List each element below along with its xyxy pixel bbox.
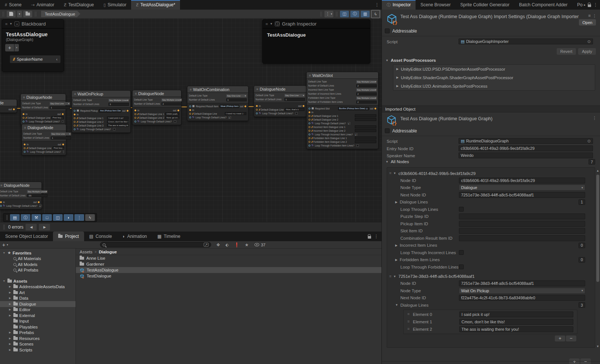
dialogue-line-field[interactable]: I need my meat :) [225, 112, 246, 115]
save-button[interactable] [7, 11, 16, 17]
out-port[interactable] [303, 105, 304, 107]
info-panel-toggle[interactable]: ⓘ [21, 214, 30, 221]
toolbar-grip[interactable] [3, 225, 5, 230]
node-titlebar[interactable]: ≡DialogueNode [133, 90, 181, 97]
asset-type-filter-icon[interactable]: ❖ [216, 242, 220, 247]
node-menu-icon[interactable]: ≡ [190, 88, 191, 91]
eye-icon[interactable] [254, 243, 259, 246]
tree-item-assets[interactable]: ▼Assets [0, 278, 76, 284]
dialogue-line-field[interactable]: Psst boy... W [51, 116, 64, 119]
node-menu-icon[interactable]: ≡ [74, 92, 76, 96]
postprocessor-item[interactable]: ▶UnityEditor.ShaderGraph.ShaderGraphAsse… [393, 73, 595, 82]
toolbar-grip[interactable] [3, 11, 4, 17]
node-property-dropdown[interactable]: Say Multiple Lines▾ [356, 88, 377, 91]
project-item-testdialogue[interactable]: {}TestDialogue [76, 273, 381, 279]
node-titlebar[interactable]: ≡WaitOnCombination [187, 86, 248, 93]
loop-checkbox[interactable] [356, 144, 359, 147]
out-port[interactable] [127, 110, 129, 112]
line-port[interactable] [309, 130, 310, 132]
scrollbar-thumb[interactable] [596, 175, 599, 282]
more-toggle[interactable]: ⋮ [74, 214, 84, 221]
node-titlebar[interactable]: ≡DialogueNode [21, 94, 66, 101]
tab-scene[interactable]: #Scene [0, 0, 26, 10]
tab-overflow-chevron[interactable]: ▸ [584, 3, 586, 7]
foldout-dialogue-lines[interactable]: ▼Dialogue Lines [395, 303, 429, 307]
check-port[interactable] [23, 121, 24, 122]
scroll-down-icon[interactable]: ▼ [596, 345, 599, 348]
field-slot-item-id[interactable] [459, 228, 585, 234]
out-port[interactable] [62, 144, 64, 145]
dialogue-line-field[interactable]: Psst boy... W [53, 146, 64, 149]
graph-options-button[interactable]: ⋮ ▾ [324, 11, 333, 17]
line-port[interactable] [309, 137, 310, 139]
drag-handle-icon[interactable]: = [266, 22, 267, 26]
node-property-field[interactable]: 3 [109, 103, 129, 106]
node-dialoguenode[interactable]: ≡DialogueNodeDefault Line TypeSay Multip… [132, 90, 181, 125]
node-dialoguenode[interactable]: ≡DialogueNodeDefault Line TypeSay One Li… [254, 85, 307, 117]
foldout-incorrect-item-lines[interactable]: ▶Incorrect Item Lines [395, 243, 437, 247]
line-port[interactable] [23, 117, 24, 119]
node-property-field[interactable]: 2 [161, 102, 182, 105]
tree-item-playables[interactable]: Playables [0, 324, 76, 330]
object-port[interactable] [74, 110, 76, 112]
node-foldout-header[interactable]: =▼c93b5606-401f-49a2-99b5-9ecbf1fa9c29 [387, 170, 595, 177]
field-next-node-id[interactable]: 7251e73e-38d3-44ff-a8c5-bcf54088aaf1 [459, 192, 585, 198]
node-titlebar[interactable]: ≡StartNode [0, 100, 17, 106]
project-kebab-icon[interactable]: ⋮ [374, 234, 379, 239]
project-item-anne-lise[interactable]: Anne Lise [76, 255, 381, 261]
dropdown-node-type[interactable]: Wait On Pickup▾ [459, 288, 585, 294]
collapse-icon[interactable]: ▼ [270, 22, 273, 26]
node-property-dropdown[interactable]: Say Multiple Lines▾ [356, 80, 377, 83]
check-port[interactable] [309, 145, 310, 146]
tree-item-art[interactable]: ▶Art [0, 290, 76, 296]
drag-handle-icon[interactable]: = [389, 274, 391, 279]
field-node-id[interactable]: c93b5606-401f-49a2-99b5-9ecbf1fa9c29 [459, 178, 585, 183]
pen-tool-button[interactable]: ϟ [85, 214, 95, 221]
loop-checkbox[interactable] [174, 120, 176, 123]
node-property-dropdown[interactable]: Say Multiple Lines▾ [27, 190, 47, 193]
project-item-testassdialogue[interactable]: {}TestAssDialogue [76, 267, 381, 273]
node-property-dropdown[interactable]: Say One Line▾ [51, 132, 71, 135]
tree-item-favorites[interactable]: ▼★Favorites [0, 250, 76, 256]
chevron-icon[interactable]: ▶ [8, 285, 12, 288]
tree-item-editor[interactable]: ▶Editor [0, 307, 76, 313]
drag-handle-icon[interactable]: = [5, 22, 7, 26]
revert-button[interactable]: Revert [557, 48, 576, 55]
add-line-button[interactable]: + [555, 336, 565, 341]
tab-animator[interactable]: ⇢Animator [26, 0, 59, 10]
scroll-up-icon[interactable]: ▲ [596, 169, 599, 172]
presets-icon[interactable]: ≡ [588, 13, 591, 18]
postprocessors-foldout[interactable]: ▼ Asset PostProcessors [386, 58, 436, 63]
all-nodes-foldout[interactable]: ▼ All Nodes [386, 159, 409, 164]
object-picker-icon[interactable]: ⊙ [587, 39, 591, 44]
node-property-field[interactable]: 1 [284, 98, 305, 101]
node-menu-icon[interactable]: ≡ [309, 74, 311, 77]
lock-icon[interactable] [368, 236, 371, 239]
element-field[interactable]: Cmon, don't be like this! [459, 319, 573, 325]
node-property-dropdown[interactable]: Say Multiple Lines▾ [109, 99, 129, 102]
project-item-gardener[interactable]: Gardener [76, 261, 381, 267]
tree-item-all-models[interactable]: All Models [0, 262, 76, 267]
object-picker-icon[interactable]: ⊙ [366, 107, 368, 110]
inspector-tab-sprite-collider-generator[interactable]: Sprite Collider Generator [456, 0, 514, 10]
dialogue-line-field[interactable]: I said pick it up! [107, 117, 129, 119]
checkbox-loop-through-lines[interactable] [459, 207, 464, 212]
line-port[interactable] [189, 113, 191, 115]
element-field[interactable]: I said pick it up! [459, 311, 573, 317]
postprocessor-item[interactable]: ▶UnityEditor.U2D.Animation.SpritePostPro… [393, 82, 595, 90]
node-titlebar[interactable]: ≡DialogueNode [254, 86, 306, 92]
tree-item-scenes[interactable]: ▶Scenes [0, 341, 76, 347]
dialogue-line-field[interactable]: Cmon, don't be like this! [107, 120, 129, 123]
chevron-icon[interactable]: ▶ [8, 308, 12, 311]
warning-filter-icon[interactable]: ❗ [234, 242, 240, 247]
object-picker-icon[interactable]: ⊙ [587, 139, 591, 144]
add-property-button[interactable]: + [5, 44, 14, 51]
node-menu-icon[interactable]: ≡ [135, 92, 137, 95]
tab-testdialogue[interactable]: ƵTestDialogue [59, 0, 99, 10]
node-titlebar[interactable]: ≡WaitOnPickup [72, 91, 130, 97]
field-next-node-id[interactable]: f22a475e-4c2f-41c6-9b73-6a83498abfe0 [459, 295, 585, 301]
chevron-icon[interactable]: ▶ [8, 314, 12, 317]
tab-timeline[interactable]: ▦Timeline [152, 232, 186, 241]
object-field-value[interactable]: Ass (Pickup Item Data)⊙ [99, 109, 121, 112]
check-port[interactable] [309, 122, 310, 124]
